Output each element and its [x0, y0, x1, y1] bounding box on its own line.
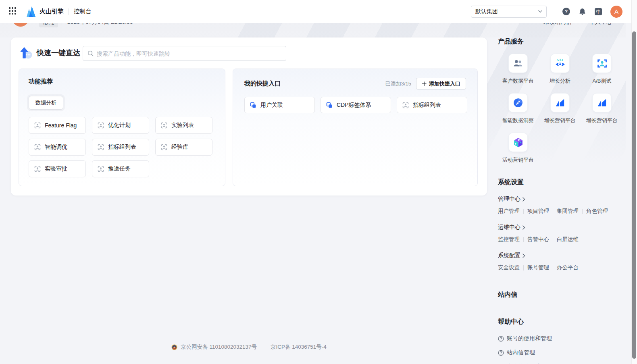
icp-beian-link[interactable]: 京ICP备 14036751号-4 — [271, 343, 327, 351]
shortcuts-count: 已添加3/15 — [385, 80, 411, 87]
quick-launch-icon — [18, 46, 33, 59]
divider — [523, 237, 524, 242]
product-label: 智能数据洞察 — [502, 117, 534, 124]
compass-icon — [509, 94, 527, 112]
recommend-item-metric-group-list[interactable]: 指标组列表 — [92, 139, 149, 156]
recommend-title: 功能推荐 — [29, 78, 215, 85]
focus-person-icon — [161, 122, 167, 129]
product-ab-test[interactable]: A/B测试 — [582, 54, 622, 85]
recommend-item-experiment-approval[interactable]: 实验审批 — [29, 160, 86, 177]
group-link-ops-center[interactable]: 运维中心 — [498, 224, 619, 231]
focus-person-icon — [402, 102, 409, 108]
shortcut-item-cdp-tag-system[interactable]: CDP标签体系 — [321, 97, 391, 113]
footer: 京公网安备 11010802032137号 京ICP备 14036751号-4 — [11, 343, 487, 351]
product-growth-marketing-platform-2[interactable]: 增长营销平台 — [582, 94, 622, 124]
volcengine-logo-icon[interactable] — [26, 6, 35, 17]
scrollbar-track[interactable] — [631, 0, 637, 364]
console-link[interactable]: 控制台 — [74, 8, 92, 15]
add-shortcut-button[interactable]: 添加快捷入口 — [416, 78, 466, 89]
link-office-platform[interactable]: 办公平台 — [557, 264, 579, 271]
org-group-select[interactable]: 默认集团 — [471, 6, 547, 18]
product-search[interactable] — [83, 46, 286, 61]
help-item-account-usage[interactable]: 账号的使用和管理 — [498, 335, 619, 342]
messages-title: 站内信 — [498, 291, 619, 299]
link-group-management[interactable]: 集团管理 — [557, 208, 579, 215]
recommend-grid: Feature Flag 优化计划 实验列表 智能调优 指标组列表 — [29, 117, 215, 177]
search-icon — [87, 50, 94, 56]
link-user-management[interactable]: 用户管理 — [498, 208, 520, 215]
divider — [523, 265, 524, 270]
products-grid: 客户数据平台 增长分析 — [498, 54, 619, 164]
recommend-panel: 功能推荐 数据分析 Feature Flag 优化计划 实验列表 — [19, 69, 225, 186]
category-chip-data-analysis[interactable]: 数据分析 — [29, 96, 63, 110]
search-input[interactable] — [97, 50, 281, 57]
divider — [69, 8, 69, 15]
police-badge-icon — [171, 344, 177, 350]
product-smart-data-insight[interactable]: 智能数据洞察 — [498, 94, 538, 124]
help-center-title: 帮助中心 — [498, 318, 619, 326]
link-whitescreen-ops[interactable]: 白屏运维 — [557, 236, 579, 243]
product-label: 增长分析 — [550, 77, 570, 85]
recommend-item-label: 指标组列表 — [108, 144, 136, 151]
product-label: A/B测试 — [593, 77, 612, 85]
avatar-initial: A — [614, 8, 618, 15]
plus-icon — [422, 81, 427, 86]
link-project-management[interactable]: 项目管理 — [527, 208, 549, 215]
scrollbar-thumb[interactable] — [632, 31, 636, 359]
recommend-item-smart-tuning[interactable]: 智能调优 — [29, 139, 86, 156]
recommend-item-label: Feature Flag — [45, 122, 77, 129]
link-role-management[interactable]: 角色管理 — [586, 208, 608, 215]
recommend-item-experience-library[interactable]: 经验库 — [155, 139, 212, 156]
recommend-item-feature-flag[interactable]: Feature Flag — [29, 117, 86, 134]
divider — [523, 209, 524, 214]
link-monitor-management[interactable]: 监控管理 — [498, 236, 520, 243]
settings-group-system-config: 系统配置 安全设置 账号管理 办公平台 — [498, 252, 619, 271]
divider — [582, 209, 583, 214]
help-icon[interactable]: ? — [562, 7, 570, 16]
recommend-item-experiment-list[interactable]: 实验列表 — [155, 117, 212, 134]
right-sidebar: 产品服务 客户数据平台 — [498, 37, 619, 364]
link-security-settings[interactable]: 安全设置 — [498, 264, 520, 271]
notification-bell-icon[interactable] — [579, 8, 586, 16]
product-customer-data-platform[interactable]: 客户数据平台 — [498, 54, 538, 85]
link-alert-center[interactable]: 告警中心 — [527, 236, 549, 243]
group-link-admin-center[interactable]: 管理中心 — [498, 196, 619, 203]
user-avatar[interactable]: A — [610, 6, 622, 18]
link-account-management[interactable]: 账号管理 — [527, 264, 549, 271]
group-link-system-config[interactable]: 系统配置 — [498, 252, 619, 259]
shortcut-item-label: CDP标签体系 — [337, 102, 371, 109]
cube-icon — [509, 133, 527, 152]
shortcut-item-label: 用户关联 — [260, 102, 283, 109]
chevron-right-icon — [523, 197, 525, 202]
recommend-item-push-task[interactable]: 推送任务 — [92, 160, 149, 177]
windows-stack-icon — [326, 102, 333, 108]
help-glyph: ? — [565, 9, 568, 15]
product-label: 活动营销平台 — [502, 156, 534, 164]
focus-person-icon — [34, 122, 41, 129]
recommend-item-label: 智能调优 — [45, 144, 67, 151]
product-growth-analysis[interactable]: 增长分析 — [540, 54, 580, 85]
help-item-label: 账号的使用和管理 — [507, 335, 552, 342]
shortcut-item-metric-group-list[interactable]: 指标组列表 — [397, 97, 467, 113]
windows-stack-icon — [250, 102, 256, 108]
people-icon — [509, 54, 527, 73]
language-icon[interactable]: 中 — [594, 8, 602, 16]
group-title: 运维中心 — [498, 224, 520, 231]
quick-access-card: 快速一键直达 功能推荐 数据分析 Feature Flag 优 — [11, 37, 487, 196]
divider — [553, 237, 553, 242]
focus-person-icon — [98, 144, 104, 150]
app-grid-icon[interactable] — [9, 7, 18, 16]
eye-icon — [551, 54, 569, 73]
police-beian-link[interactable]: 京公网安备 11010802032137号 — [181, 343, 257, 351]
question-circle-icon — [498, 336, 504, 342]
product-growth-marketing-platform-1[interactable]: 增长营销平台 — [540, 94, 580, 124]
recommend-item-label: 实验审批 — [45, 165, 67, 173]
recommend-item-optimize-plan[interactable]: 优化计划 — [92, 117, 149, 134]
help-list: 账号的使用和管理 站内信管理 办公软件集成 — [498, 335, 619, 364]
shortcut-item-user-association[interactable]: 用户关联 — [244, 97, 315, 113]
product-label: 增长营销平台 — [544, 117, 576, 124]
chip-label: 数据分析 — [35, 99, 56, 106]
brand-name[interactable]: 火山引擎 — [40, 8, 64, 15]
product-campaign-marketing-platform[interactable]: 活动营销平台 — [498, 133, 538, 164]
help-item-message-management[interactable]: 站内信管理 — [498, 349, 619, 356]
